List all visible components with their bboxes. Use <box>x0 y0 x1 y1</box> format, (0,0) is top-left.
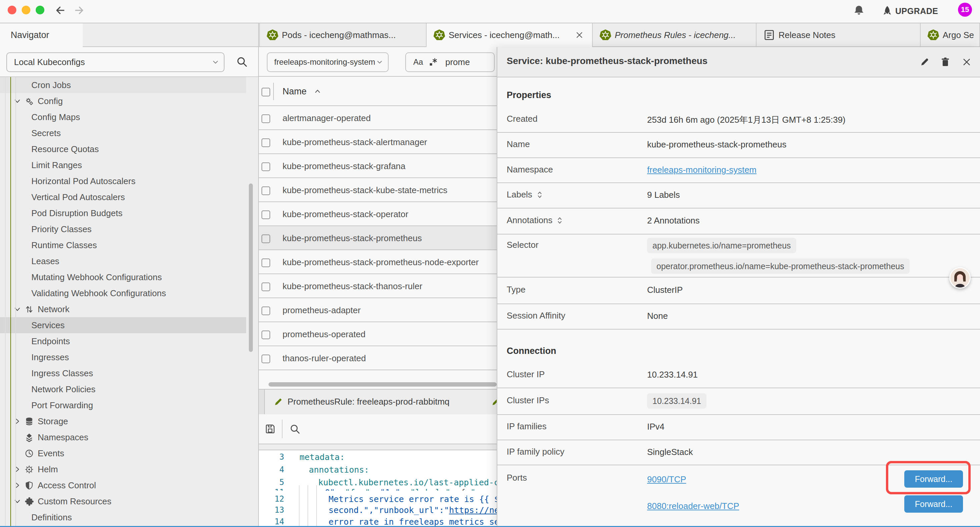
tree-item-mutating-webhook-configurations[interactable]: Mutating Webhook Configurations <box>0 269 246 285</box>
editor-tab-5[interactable]: Argo Se <box>920 23 980 47</box>
match-case-toggle[interactable]: Aa <box>413 57 423 67</box>
port-link[interactable]: 8080:reloader-web/TCP <box>647 501 739 511</box>
row-checkbox[interactable] <box>261 307 270 315</box>
table-row[interactable]: prometheus-operated <box>259 322 497 346</box>
editor-search-icon[interactable] <box>289 423 301 435</box>
navigator-tab[interactable]: Navigator <box>0 23 83 47</box>
window-minimize-button[interactable] <box>22 6 30 14</box>
yaml-editor-tab-2[interactable] <box>488 390 497 414</box>
drawer-close-icon[interactable] <box>962 57 972 67</box>
sort-updown-icon[interactable] <box>556 217 564 224</box>
row-checkbox[interactable] <box>261 331 270 339</box>
tree-item-services[interactable]: Services <box>0 317 246 333</box>
tree-item-definitions[interactable]: Definitions <box>0 509 246 525</box>
tree-item-endpoints[interactable]: Endpoints <box>0 333 246 349</box>
table-row[interactable]: kube-prometheus-stack-kube-state-metrics <box>259 178 497 202</box>
tree-item-ingress-classes[interactable]: Ingress Classes <box>0 365 246 381</box>
notification-badge[interactable]: 15 <box>958 3 972 17</box>
row-checkbox[interactable] <box>261 282 270 291</box>
code-token: metadata: <box>299 452 345 462</box>
tree-item-pod-disruption-budgets[interactable]: Pod Disruption Budgets <box>0 205 246 221</box>
table-row[interactable]: kube-prometheus-stack-prometheus <box>259 226 497 250</box>
chevron-right-icon[interactable] <box>13 465 22 474</box>
tree-item-events[interactable]: Events <box>0 445 246 461</box>
chevron-down-icon[interactable] <box>13 305 22 314</box>
forward-arrow-icon[interactable] <box>73 5 85 16</box>
tree-item-runtime-classes[interactable]: Runtime Classes <box>0 237 246 253</box>
chevron-down-icon[interactable] <box>13 497 22 506</box>
forward-button[interactable]: Forward... <box>904 495 963 513</box>
table-row[interactable]: thanos-ruler-operated <box>259 346 497 370</box>
save-icon[interactable] <box>264 423 276 435</box>
horizontal-scrollbar[interactable] <box>269 382 497 387</box>
tree-item-leases[interactable]: Leases <box>0 253 246 269</box>
namespace-select[interactable]: freeleaps-monitoring-system <box>267 53 388 72</box>
tree-item-secrets[interactable]: Secrets <box>0 125 246 141</box>
tree-item-ingresses[interactable]: Ingresses <box>0 349 246 365</box>
tree-item-cron-jobs[interactable]: Cron Jobs <box>0 77 246 93</box>
row-checkbox[interactable] <box>261 210 270 219</box>
tree-item-priority-classes[interactable]: Priority Classes <box>0 221 246 237</box>
editor-tab-2[interactable]: Services - icecheng@math... <box>426 23 593 47</box>
sort-ascending-icon[interactable] <box>313 88 321 96</box>
column-header-name[interactable]: Name <box>283 86 307 97</box>
tree-item-limit-ranges[interactable]: Limit Ranges <box>0 157 246 173</box>
search-input-value[interactable]: prome <box>445 57 470 67</box>
tree-item-namespaces[interactable]: Namespaces <box>0 429 246 445</box>
chevron-right-icon[interactable] <box>13 481 22 490</box>
tree-item-storage[interactable]: Storage <box>0 413 246 429</box>
row-checkbox[interactable] <box>261 258 270 267</box>
tree-item-horizontal-pod-autoscalers[interactable]: Horizontal Pod Autoscalers <box>0 173 246 189</box>
row-checkbox[interactable] <box>261 115 270 123</box>
tree-item-vertical-pod-autoscalers[interactable]: Vertical Pod Autoscalers <box>0 189 246 205</box>
yaml-code-area[interactable]: 3metadata:4annotations:5kubectl.kubernet… <box>259 450 497 527</box>
row-checkbox[interactable] <box>261 139 270 147</box>
tree-item-port-forwarding[interactable]: Port Forwarding <box>0 397 246 413</box>
table-row[interactable]: alertmanager-operated <box>259 106 497 130</box>
row-checkbox[interactable] <box>261 162 270 171</box>
table-row[interactable]: kube-prometheus-stack-operator <box>259 202 497 226</box>
row-checkbox[interactable] <box>261 355 270 363</box>
kubeconfig-select[interactable]: Local Kubeconfigs <box>6 53 224 72</box>
tree-scrollbar[interactable] <box>249 183 253 352</box>
back-arrow-icon[interactable] <box>55 5 66 16</box>
chevron-down-icon[interactable] <box>13 97 22 105</box>
tab-close-icon[interactable] <box>575 31 584 39</box>
yaml-editor-tab[interactable]: PrometheusRule: freeleaps-prod-rabbitmq <box>264 390 490 414</box>
tree-item-network[interactable]: Network <box>0 301 246 317</box>
delete-icon[interactable] <box>940 57 951 67</box>
floating-avatar[interactable] <box>949 267 970 288</box>
editor-tab-4[interactable]: Release Notes <box>756 23 921 47</box>
tree-item-network-policies[interactable]: Network Policies <box>0 381 246 397</box>
table-row[interactable]: kube-prometheus-stack-grafana <box>259 154 497 178</box>
table-row[interactable]: kube-prometheus-stack-alertmanager <box>259 130 497 154</box>
resource-search-box[interactable]: Aaprome <box>405 53 495 72</box>
row-checkbox[interactable] <box>261 234 270 243</box>
tree-item-validating-webhook-configurations[interactable]: Validating Webhook Configurations <box>0 285 246 301</box>
edit-icon[interactable] <box>919 57 930 67</box>
tree-item-resource-quotas[interactable]: Resource Quotas <box>0 141 246 157</box>
window-zoom-button[interactable] <box>36 6 45 14</box>
tree-item-custom-resources[interactable]: Custom Resources <box>0 493 246 509</box>
row-checkbox[interactable] <box>261 186 270 195</box>
editor-tab-1[interactable]: Pods - icecheng@mathmas... <box>259 23 426 47</box>
port-link[interactable]: 9090/TCP <box>647 474 686 485</box>
upgrade-button[interactable]: UPGRADE <box>881 2 941 19</box>
regex-toggle[interactable] <box>429 57 439 67</box>
window-close-button[interactable] <box>8 6 16 14</box>
table-row[interactable]: kube-prometheus-stack-prometheus-node-ex… <box>259 250 497 274</box>
tree-item-helm[interactable]: Helm <box>0 461 246 477</box>
table-row[interactable]: prometheus-adapter <box>259 298 497 322</box>
tree-item-access-control[interactable]: Access Control <box>0 477 246 493</box>
sidebar-search-icon[interactable] <box>236 56 248 68</box>
editor-tab-3[interactable]: Prometheus Rules - icecheng... <box>592 23 757 47</box>
chevron-right-icon[interactable] <box>13 417 22 426</box>
tree-item-config[interactable]: Config <box>0 93 246 109</box>
select-all-checkbox[interactable] <box>261 88 270 96</box>
tree-item-config-maps[interactable]: Config Maps <box>0 109 246 125</box>
row-name: kube-prometheus-stack-alertmanager <box>283 137 427 147</box>
notifications-bell-icon[interactable] <box>853 4 865 16</box>
property-value-link[interactable]: freeleaps-monitoring-system <box>647 165 757 175</box>
table-row[interactable]: kube-prometheus-stack-thanos-ruler <box>259 274 497 298</box>
sort-updown-icon[interactable] <box>536 191 544 199</box>
